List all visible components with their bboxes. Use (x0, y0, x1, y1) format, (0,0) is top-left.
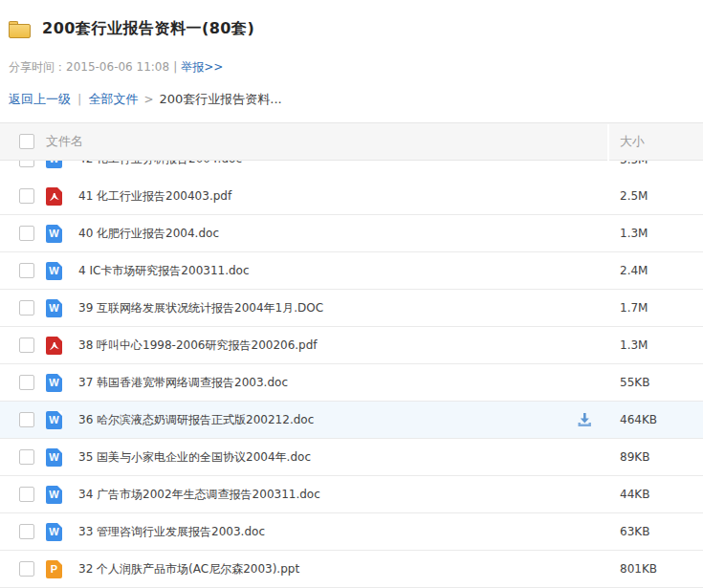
share-time-value: 2015-06-06 11:08 (66, 60, 169, 74)
row-checkbox[interactable] (19, 161, 34, 167)
row-checkbox[interactable] (19, 561, 34, 577)
doc-file-icon: W (46, 161, 62, 168)
table-row[interactable]: W 42 化工行业分析报告2004.doc 3.5M (0, 161, 703, 178)
table-header: 文件名 大小 (0, 122, 703, 161)
row-checkbox[interactable] (19, 226, 34, 241)
column-header-size: 大小 (620, 133, 645, 150)
all-files-link[interactable]: 全部文件 (88, 92, 138, 106)
table-row[interactable]: W 34 广告市场2002年生态调查报告200311.doc 44KB (0, 476, 703, 513)
doc-file-icon: W (46, 523, 62, 541)
doc-file-icon: W (46, 299, 62, 317)
table-row[interactable]: 41 化工行业报告200403.pdf 2.5M (0, 178, 703, 215)
share-title-bar: 200套行业报告资料一(80套) (9, 19, 254, 39)
folder-icon (9, 21, 31, 38)
column-divider (607, 124, 609, 161)
row-checkbox[interactable] (19, 188, 34, 204)
file-size: 464KB (620, 413, 657, 426)
breadcrumb: 返回上一级|全部文件>200套行业报告资料... (9, 91, 282, 108)
file-name-link[interactable]: 4 IC卡市场研究报告200311.doc (78, 263, 250, 279)
breadcrumb-current-folder: 200套行业报告资料... (159, 92, 281, 106)
pdf-file-icon (46, 337, 62, 355)
separator: | (77, 92, 81, 106)
ppt-file-icon: P (46, 560, 62, 578)
doc-file-icon: W (46, 448, 62, 467)
table-row[interactable]: 38 呼叫中心1998-2006研究报告200206.pdf 1.3M (0, 327, 703, 364)
file-size: 2.4M (620, 264, 648, 277)
pdf-file-icon (46, 187, 62, 206)
file-size: 1.3M (620, 227, 648, 240)
file-size: 63KB (620, 525, 649, 538)
share-time-label: 分享时间： (9, 60, 66, 74)
file-name-link[interactable]: 37 韩国香港宽带网络调查报告2003.doc (78, 375, 288, 391)
share-info-bar: 分享时间：2015-06-06 11:08|举报>> (9, 59, 223, 76)
row-checkbox[interactable] (19, 375, 34, 390)
file-size: 801KB (620, 562, 657, 576)
file-size: 89KB (620, 450, 649, 464)
file-name-link[interactable]: 36 哈尔滨液态奶调研报告正式版200212.doc (78, 412, 314, 428)
download-icon[interactable] (576, 412, 593, 428)
doc-file-icon: W (46, 374, 62, 392)
row-checkbox[interactable] (19, 300, 34, 316)
doc-file-icon: W (46, 486, 62, 504)
file-name-link[interactable]: 35 国美与小家电企业的全国协议2004年.doc (78, 449, 311, 466)
file-name-link[interactable]: 39 互联网络发展状况统计报告2004年1月.DOC (78, 300, 323, 316)
table-row[interactable]: W 37 韩国香港宽带网络调查报告2003.doc 55KB (0, 364, 703, 402)
row-checkbox[interactable] (19, 412, 34, 427)
file-size: 1.7M (620, 301, 648, 315)
table-row[interactable]: W 40 化肥行业报告2004.doc 1.3M (0, 215, 703, 252)
chevron-separator: > (143, 93, 153, 106)
table-row[interactable]: W 4 IC卡市场研究报告200311.doc 2.4M (0, 252, 703, 290)
separator: | (173, 60, 177, 74)
file-size: 55KB (620, 376, 649, 389)
select-all-checkbox[interactable] (19, 134, 34, 149)
file-size: 44KB (620, 488, 649, 501)
doc-file-icon: W (46, 262, 62, 280)
doc-file-icon: W (46, 411, 62, 429)
file-name-link[interactable]: 34 广告市场2002年生态调查报告200311.doc (78, 487, 320, 503)
table-row[interactable]: W 36 哈尔滨液态奶调研报告正式版200212.doc 464KB (0, 402, 703, 439)
partially-scrolled-row: W 42 化工行业分析报告2004.doc 3.5M (0, 161, 703, 178)
file-name-link[interactable]: 41 化工行业报告200403.pdf (78, 188, 231, 205)
file-name-link[interactable]: 42 化工行业分析报告2004.doc (78, 161, 242, 167)
report-link[interactable]: 举报>> (181, 60, 223, 74)
doc-file-icon: W (46, 225, 62, 243)
row-checkbox[interactable] (19, 338, 34, 353)
table-row[interactable]: W 33 管理咨询行业发展报告2003.doc 63KB (0, 513, 703, 551)
file-name-link[interactable]: 38 呼叫中心1998-2006研究报告200206.pdf (78, 338, 318, 354)
file-name-link[interactable]: 32 个人润肤产品市场(AC尼尔森2003).ppt (78, 561, 299, 577)
table-row[interactable]: W 35 国美与小家电企业的全国协议2004年.doc 89KB (0, 439, 703, 476)
file-size: 3.5M (620, 161, 648, 166)
page-title: 200套行业报告资料一(80套) (42, 19, 254, 39)
file-name-link[interactable]: 40 化肥行业报告2004.doc (78, 226, 219, 242)
file-size: 2.5M (620, 189, 648, 203)
row-checkbox[interactable] (19, 487, 34, 502)
back-to-parent-link[interactable]: 返回上一级 (9, 92, 71, 106)
file-size: 1.3M (620, 338, 648, 352)
file-table: 文件名 大小 W 42 化工行业分析报告2004.doc 3.5M 41 化工行… (0, 122, 703, 588)
table-row[interactable]: P 32 个人润肤产品市场(AC尼尔森2003).ppt 801KB (0, 551, 703, 588)
row-checkbox[interactable] (19, 449, 34, 465)
row-checkbox[interactable] (19, 263, 34, 278)
column-header-filename: 文件名 (46, 133, 83, 150)
row-checkbox[interactable] (19, 524, 34, 539)
table-row[interactable]: W 39 互联网络发展状况统计报告2004年1月.DOC 1.7M (0, 290, 703, 327)
file-name-link[interactable]: 33 管理咨询行业发展报告2003.doc (78, 524, 265, 540)
